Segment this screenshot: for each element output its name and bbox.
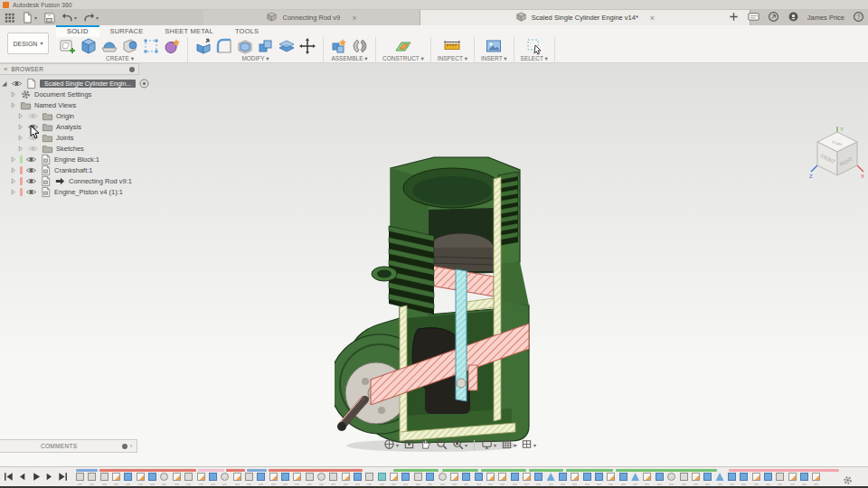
ribbon-tab-surface[interactable]: SURFACE [99,25,155,37]
timeline-feature[interactable] [112,473,120,481]
dot-menu-icon[interactable] [129,67,135,72]
timeline-feature[interactable] [209,473,217,481]
shell-icon[interactable] [236,37,254,55]
save-button[interactable] [43,12,55,23]
model-viewport[interactable]: Y Z X TOP FRONT RIGHT « BROWSER Scaled S… [0,63,868,466]
step-forward-button[interactable] [43,471,55,483]
timeline-feature[interactable] [100,473,108,481]
extrude-icon[interactable] [80,37,98,55]
timeline-feature[interactable] [667,473,675,481]
engine-model[interactable] [335,155,547,454]
timeline-feature[interactable] [498,473,506,481]
timeline-feature[interactable] [462,473,470,481]
expander-icon[interactable] [0,78,8,89]
timeline-feature[interactable] [475,473,483,481]
move-icon[interactable] [298,37,316,55]
timeline-feature[interactable] [523,473,531,481]
app-grid-button[interactable] [4,12,15,23]
timeline-feature[interactable] [547,473,555,481]
ribbon-tab-solid[interactable]: SOLID [56,25,99,37]
timeline-feature[interactable] [173,473,181,481]
browser-root-row[interactable]: Scaled Single Cylinder Engin... [0,78,139,89]
browser-item-named-views[interactable]: Named Views [0,99,139,110]
ribbon-group-label[interactable]: SELECT ▾ [521,55,548,62]
timeline-feature[interactable] [281,473,289,481]
panel-expand-icon[interactable]: › [130,443,132,449]
timeline-feature[interactable] [571,473,579,481]
construction-plane-icon[interactable] [394,37,412,55]
timeline-feature[interactable] [692,473,700,481]
close-tab-icon[interactable]: × [650,14,655,23]
timeline-feature[interactable] [137,473,145,481]
visibility-eye-icon[interactable] [25,186,37,198]
ribbon-group-label[interactable]: INSERT ▾ [481,55,507,62]
document-tab-1[interactable]: Scaled Single Cylinder Engine v14*× [420,10,750,25]
rectangular-pattern-icon[interactable] [142,37,160,55]
timeline-feature[interactable] [317,473,326,481]
timeline-feature[interactable] [607,473,615,481]
timeline-feature[interactable] [124,473,132,481]
timeline-feature[interactable] [486,473,495,481]
user-name[interactable]: James Price [807,14,844,22]
timeline-feature[interactable] [342,473,350,481]
timeline-feature[interactable] [160,473,168,481]
timeline-feature[interactable] [401,473,410,481]
sweep-icon[interactable] [121,37,139,55]
timeline-feature[interactable] [595,473,603,481]
timeline-feature[interactable] [221,473,229,481]
select-window-icon[interactable] [525,37,543,55]
browser-item-analysis[interactable]: Analysis [0,121,139,132]
fillet-icon[interactable] [215,37,233,55]
timeline-feature[interactable] [511,473,519,481]
measure-icon[interactable] [443,37,461,55]
add-tab-icon[interactable] [728,10,740,26]
job-status-icon[interactable] [748,10,760,26]
browser-item-sketches[interactable]: Sketches [0,143,139,154]
insert-image-icon[interactable] [485,37,503,55]
display-settings-button[interactable]: ▾ [481,437,496,454]
offset-face-icon[interactable] [278,37,296,55]
timeline-feature[interactable] [390,473,398,481]
timeline-feature[interactable] [752,473,760,481]
timeline-feature[interactable] [800,473,808,481]
press-pull-icon[interactable] [194,37,212,55]
document-tab-0[interactable]: Connecting Rod v9× [203,10,420,25]
timeline-feature[interactable] [583,473,591,481]
browser-item-document-settings[interactable]: Document Settings [0,89,139,99]
dot-menu-icon[interactable] [122,444,127,449]
zoom-button[interactable] [436,437,448,454]
browser-item-engine-piston-v4-1-1[interactable]: Engine_Piston v4 (1):1 [0,186,139,197]
browser-item-crankshaft-1[interactable]: Crankshaft:1 [0,164,139,175]
browser-item-connecting-rod-v9-1[interactable]: Connecting Rod v9:1 [0,175,139,186]
timeline-feature[interactable] [716,473,724,481]
create-sketch-icon[interactable] [59,37,77,55]
timeline-feature[interactable] [365,473,373,481]
timeline-feature[interactable] [354,473,362,481]
play-button[interactable] [30,471,42,483]
pan-button[interactable] [420,437,431,454]
joint-icon[interactable] [351,37,369,55]
step-back-button[interactable] [16,471,28,483]
timeline-feature[interactable] [414,473,422,481]
expander-icon[interactable] [16,143,24,155]
timeline-feature[interactable] [534,473,542,481]
timeline-feature[interactable] [656,473,664,481]
timeline-feature[interactable] [378,473,386,481]
orbit-button[interactable]: ▾ [383,437,399,454]
timeline-feature[interactable] [439,473,447,481]
browser-item-joints[interactable]: Joints [0,132,139,143]
timeline-feature[interactable] [728,473,736,481]
ribbon-tab-tools[interactable]: TOOLS [224,25,269,37]
timeline-feature[interactable] [233,473,241,481]
combine-icon[interactable] [257,37,275,55]
timeline-feature[interactable] [776,473,784,481]
ribbon-tab-sheet-metal[interactable]: SHEET METAL [154,25,224,37]
ribbon-group-label[interactable]: MODIFY ▾ [241,55,269,62]
timeline-feature[interactable] [643,473,651,481]
timeline-feature[interactable] [293,473,301,481]
timeline-feature[interactable] [88,473,96,481]
timeline-feature[interactable] [426,473,434,481]
timeline-feature[interactable] [703,473,712,481]
redo-button[interactable]: ▾ [83,12,99,23]
undo-button[interactable]: ▾ [61,12,77,23]
